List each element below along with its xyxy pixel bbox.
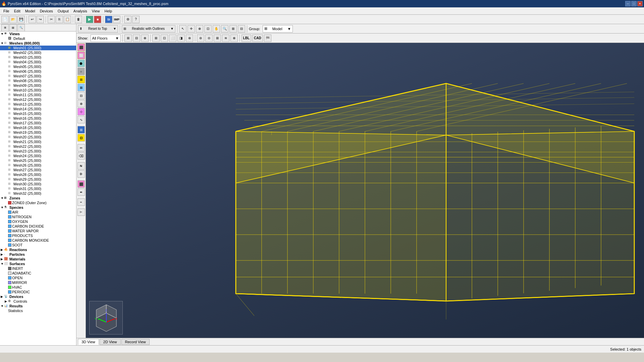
tree-species-row[interactable]: ▼ ⚗ Species xyxy=(0,205,76,210)
lbl-toggle[interactable]: LBL xyxy=(241,35,251,42)
tree-mesh17[interactable]: ⊞Mesh17 (25,000) xyxy=(0,121,76,125)
tree-mesh03[interactable]: ⊞Mesh03 (25,000) xyxy=(0,55,76,60)
mesh-wire-btn[interactable]: ⊡ xyxy=(161,35,168,42)
grid-select-tool[interactable]: ⊞ xyxy=(229,25,237,33)
tree-controls-row[interactable]: ▶ ⚙ Controls xyxy=(0,299,76,304)
tree-mesh11[interactable]: ⊞Mesh11 (25,000) xyxy=(0,93,76,97)
tab-3d-view[interactable]: 3D View xyxy=(78,339,99,345)
tree-default-row[interactable]: 🖼 Default xyxy=(0,36,76,41)
cad-toggle[interactable]: CAD xyxy=(252,35,263,42)
stop-button[interactable]: ■ xyxy=(94,16,101,23)
viewport-3d[interactable]: X Y Z xyxy=(86,43,644,338)
vent-btn[interactable]: ⊜ xyxy=(197,35,204,42)
reset-to-top-button[interactable]: ⬆ Reset to Top ▼ xyxy=(78,25,118,33)
tree-mesh19[interactable]: ⊞Mesh19 (25,000) xyxy=(0,130,76,135)
tree-mesh28[interactable]: ⊞Mesh28 (25,000) xyxy=(0,172,76,177)
add-geo-btn[interactable]: ⬟ xyxy=(77,60,85,67)
tree-reactions-row[interactable]: ▶ 🔥 Reactions xyxy=(0,247,76,252)
pan-tool[interactable]: ✋ xyxy=(213,25,220,33)
tree-zone0-row[interactable]: ZONE0 (Outer Zone) xyxy=(0,200,76,205)
select-tool[interactable]: ↖ xyxy=(179,25,186,33)
tab-2d-view[interactable]: 2D View xyxy=(100,339,121,345)
tree-mesh20[interactable]: ⊞Mesh20 (25,000) xyxy=(0,135,76,139)
menu-analysis[interactable]: Analysis xyxy=(71,8,89,14)
panel-btn3[interactable]: 🔍 xyxy=(17,24,25,32)
tree-mesh13[interactable]: ⊞Mesh13 (25,000) xyxy=(0,102,76,107)
undo-button[interactable]: ↩ xyxy=(29,16,36,23)
tree-mesh26[interactable]: ⊞Mesh26 (25,000) xyxy=(0,163,76,168)
meas-btn[interactable]: ⊹ xyxy=(77,108,85,115)
tree-mesh15[interactable]: ⊞Mesh15 (25,000) xyxy=(0,111,76,116)
tree-mesh07[interactable]: ⊞Mesh07 (25,000) xyxy=(0,74,76,78)
tree-mesh21[interactable]: ⊞Mesh21 (25,000) xyxy=(0,139,76,144)
zoom-extend-tool[interactable]: ⊕ xyxy=(196,25,203,33)
floors-dropdown[interactable]: All Floors ▼ xyxy=(91,35,121,42)
tree-hvac[interactable]: HVAC xyxy=(0,285,76,290)
tree-mesh25[interactable]: ⊞Mesh25 (25,000) xyxy=(0,158,76,163)
tree-materials-row[interactable]: ▶ 🧱 Materials xyxy=(0,257,76,261)
tree-co[interactable]: CARBON MONOXIDE xyxy=(0,238,76,243)
tree-mesh24[interactable]: ⊞Mesh24 (25,000) xyxy=(0,154,76,158)
tree-inert[interactable]: INERT xyxy=(0,266,76,271)
tree-mesh06[interactable]: ⊞Mesh06 (25,000) xyxy=(0,69,76,74)
grid-tool[interactable]: ⊟ xyxy=(238,25,245,33)
n-btn[interactable]: N xyxy=(77,162,85,170)
smoke-btn[interactable]: ≋ xyxy=(222,35,229,42)
obst-btn[interactable]: ⊝ xyxy=(205,35,213,42)
tab-record-view[interactable]: Record View xyxy=(121,339,150,345)
run-button[interactable]: ▶ xyxy=(86,16,93,23)
tree-products[interactable]: PRODUCTS xyxy=(0,233,76,238)
tree-mesh32[interactable]: ⊞Mesh32 (25,000) xyxy=(0,191,76,196)
device-btn[interactable]: ⊞ xyxy=(214,35,221,42)
menu-view[interactable]: View xyxy=(90,8,102,14)
tree-statistics[interactable]: Statistics xyxy=(0,308,76,313)
paint-btn[interactable]: ⬛ xyxy=(77,180,85,188)
menu-file[interactable]: File xyxy=(1,8,11,14)
tree-zones-row[interactable]: ▼ ⊠ Zones xyxy=(0,196,76,200)
tree-mesh27[interactable]: ⊞Mesh27 (25,000) xyxy=(0,168,76,172)
group-dropdown[interactable]: ⊞ Model ▼ xyxy=(263,25,293,33)
tree-mesh31[interactable]: ⊞Mesh31 (25,000) xyxy=(0,186,76,191)
tree-container[interactable]: ▼ 👁 Views 🖼 Default ▼ ⊞ Meshes (800,000)… xyxy=(0,32,76,345)
mesh-trans-btn[interactable]: ◨ xyxy=(177,35,185,42)
erase-btn[interactable]: ⌫ xyxy=(77,152,85,160)
add-vent-btn[interactable]: ⬜ xyxy=(77,52,85,59)
tree-nitrogen[interactable]: NITROGEN xyxy=(0,215,76,219)
tree-mesh18[interactable]: ⊞Mesh18 (25,000) xyxy=(0,125,76,130)
tree-co2[interactable]: CARBON DIOXIDE xyxy=(0,224,76,229)
menu-model[interactable]: Model xyxy=(23,8,37,14)
delete-button[interactable]: 🗑 xyxy=(75,16,82,23)
tree-mesh02[interactable]: ⊞Mesh02 (25,000) xyxy=(0,50,76,55)
imperial-toggle[interactable]: IMP xyxy=(113,16,120,23)
tree-water[interactable]: WATER VAPOR xyxy=(0,229,76,233)
menu-output[interactable]: Output xyxy=(56,8,71,14)
tree-periodic[interactable]: PERIODIC xyxy=(0,290,76,294)
new-button[interactable]: 📄 xyxy=(1,16,9,23)
ruler-btn[interactable]: ━ xyxy=(77,198,85,206)
tree-mesh14[interactable]: ⊞Mesh14 (25,000) xyxy=(0,107,76,111)
cut-button[interactable]: ✂ xyxy=(48,16,55,23)
select-pin-btn[interactable]: ⊡ xyxy=(77,134,85,141)
d-btn[interactable]: D xyxy=(77,170,85,178)
si-toggle[interactable]: SI xyxy=(105,16,112,23)
axis-btn[interactable]: ⊢ xyxy=(77,208,85,216)
floor-perspective-btn[interactable]: ⊕ xyxy=(141,35,149,42)
tree-surfaces-row[interactable]: ▼ ⬜ Surfaces xyxy=(0,261,76,266)
tree-oxygen[interactable]: OXYGEN xyxy=(0,219,76,224)
panel-btn1[interactable]: ⊞ xyxy=(1,24,9,32)
tree-mesh22[interactable]: ⊞Mesh22 (25,000) xyxy=(0,144,76,149)
heatmap-btn[interactable]: ⊗ xyxy=(230,35,238,42)
mesh-display-btn[interactable]: ⊞ xyxy=(152,35,160,42)
panel-btn2[interactable]: ▤ xyxy=(9,24,17,32)
add-hole-btn[interactable]: ○ xyxy=(77,68,85,75)
tree-mesh05[interactable]: ⊞Mesh05 (25,000) xyxy=(0,64,76,69)
copy-button[interactable]: ⎘ xyxy=(56,16,63,23)
redo-button[interactable]: ↪ xyxy=(37,16,44,23)
menu-devices[interactable]: Devices xyxy=(38,8,55,14)
add-obst-btn[interactable]: ⬛ xyxy=(77,44,85,51)
add-init-btn[interactable]: ⊠ xyxy=(77,84,85,91)
tree-particles-row[interactable]: ▶ · Particles xyxy=(0,252,76,257)
paste-button[interactable]: 📋 xyxy=(64,16,71,23)
tree-mesh12[interactable]: ⊞Mesh12 (25,000) xyxy=(0,97,76,102)
move-tool[interactable]: ✛ xyxy=(187,25,195,33)
